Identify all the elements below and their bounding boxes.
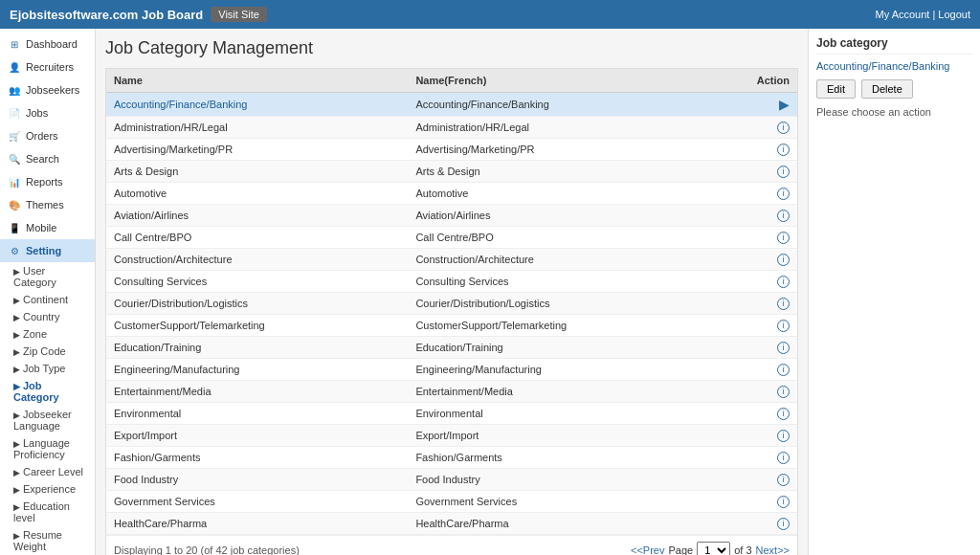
info-icon[interactable]: i bbox=[777, 254, 790, 266]
cell-name-fr: Education/Training bbox=[408, 337, 709, 359]
sidebar-item-orders[interactable]: 🛒 Orders bbox=[0, 124, 95, 147]
cell-action: i bbox=[710, 337, 797, 359]
sidebar-item-country[interactable]: ▶Country bbox=[0, 308, 95, 325]
info-icon[interactable]: i bbox=[777, 430, 790, 442]
account-links[interactable]: My Account | Logout bbox=[876, 9, 970, 20]
reports-icon: 📊 bbox=[8, 175, 21, 189]
sidebar-item-dashboard[interactable]: ⊞ Dashboard bbox=[0, 33, 95, 56]
table-row[interactable]: Advertising/Marketing/PRAdvertising/Mark… bbox=[106, 139, 797, 161]
table-row[interactable]: HealthCare/PharmaHealthCare/Pharmai bbox=[106, 513, 797, 535]
sidebar-item-job-type[interactable]: ▶Job Type bbox=[0, 360, 95, 377]
sidebar-item-experience[interactable]: ▶Experience bbox=[0, 480, 95, 498]
info-icon[interactable]: i bbox=[777, 364, 790, 376]
info-icon[interactable]: i bbox=[777, 210, 790, 222]
edit-button[interactable]: Edit bbox=[816, 79, 856, 99]
sidebar-item-reports[interactable]: 📊 Reports bbox=[0, 170, 95, 193]
sidebar-item-search[interactable]: 🔍 Search bbox=[0, 147, 95, 170]
info-icon[interactable]: i bbox=[777, 320, 790, 332]
table-row[interactable]: EnvironmentalEnvironmentali bbox=[106, 403, 797, 425]
info-icon[interactable]: i bbox=[777, 408, 790, 420]
sidebar-item-setting[interactable]: ⚙ Setting bbox=[0, 239, 95, 262]
topbar: Ejobsitesoftware.com Job Board Visit Sit… bbox=[0, 0, 980, 29]
table-row[interactable]: Construction/ArchitectureConstruction/Ar… bbox=[106, 249, 797, 271]
cell-name-fr: Courier/Distribution/Logistics bbox=[408, 293, 709, 315]
cell-name-fr: Consulting Services bbox=[408, 271, 709, 293]
cell-action: i bbox=[710, 117, 797, 139]
cell-action: i bbox=[710, 227, 797, 249]
sidebar-item-resume-weight[interactable]: ▶Resume Weight bbox=[0, 526, 95, 555]
orders-icon: 🛒 bbox=[8, 129, 21, 143]
info-icon[interactable]: i bbox=[777, 496, 790, 508]
sidebar-item-language-proficiency[interactable]: ▶Language Proficiency bbox=[0, 434, 95, 463]
right-panel-title: Job category bbox=[816, 36, 972, 55]
sidebar-item-zone[interactable]: ▶Zone bbox=[0, 325, 95, 343]
table-row[interactable]: Entertainment/MediaEntertainment/Mediai bbox=[106, 381, 797, 403]
table-row[interactable]: Administration/HR/LegalAdministration/HR… bbox=[106, 117, 797, 139]
main-content: Job Category Management Name Name(French… bbox=[96, 29, 808, 555]
col-header-name: Name bbox=[106, 69, 408, 93]
cell-action: i bbox=[710, 403, 797, 425]
sidebar-item-mobile[interactable]: 📱 Mobile bbox=[0, 216, 95, 239]
next-page-link[interactable]: Next>> bbox=[756, 544, 790, 555]
table-row[interactable]: Arts & DesignArts & Designi bbox=[106, 161, 797, 183]
table-row[interactable]: Export/ImportExport/Importi bbox=[106, 425, 797, 447]
pagination-display: Displaying 1 to 20 (of 42 job categories… bbox=[114, 544, 627, 555]
table-row[interactable]: Fashion/GarmentsFashion/Garmentsi bbox=[106, 447, 797, 469]
cell-name-fr: Aviation/Airlines bbox=[408, 205, 709, 227]
info-icon[interactable]: i bbox=[777, 276, 790, 288]
table-row[interactable]: Food IndustryFood Industryi bbox=[106, 469, 797, 491]
pagination-row: Displaying 1 to 20 (of 42 job categories… bbox=[106, 535, 797, 555]
sidebar-item-career-level[interactable]: ▶Career Level bbox=[0, 463, 95, 480]
sidebar-item-continent[interactable]: ▶Continent bbox=[0, 291, 95, 308]
info-icon[interactable]: i bbox=[777, 386, 790, 398]
sidebar-item-user-category[interactable]: ▶User Category bbox=[0, 262, 95, 291]
visit-site-button[interactable]: Visit Site bbox=[211, 7, 267, 22]
themes-icon: 🎨 bbox=[8, 198, 21, 211]
info-icon[interactable]: i bbox=[777, 188, 790, 200]
info-icon[interactable]: i bbox=[777, 122, 790, 134]
page-of: of 3 bbox=[734, 544, 751, 555]
prev-page-link[interactable]: <<Prev bbox=[631, 544, 664, 555]
table-row[interactable]: CustomerSupport/TelemarketingCustomerSup… bbox=[106, 315, 797, 337]
sidebar-item-education-level[interactable]: ▶Education level bbox=[0, 498, 95, 526]
sidebar-item-jobseeker-language[interactable]: ▶Jobseeker Language bbox=[0, 406, 95, 434]
cell-name-fr: Environmental bbox=[408, 403, 709, 425]
cell-action: i bbox=[710, 381, 797, 403]
table-row[interactable]: Call Centre/BPOCall Centre/BPOi bbox=[106, 227, 797, 249]
info-icon[interactable]: i bbox=[777, 232, 790, 244]
info-icon[interactable]: i bbox=[777, 144, 790, 156]
sidebar-item-job-category[interactable]: ▶Job Category bbox=[0, 377, 95, 406]
delete-button[interactable]: Delete bbox=[861, 79, 913, 99]
cell-action: i bbox=[710, 139, 797, 161]
info-icon[interactable]: i bbox=[777, 342, 790, 354]
info-icon[interactable]: i bbox=[777, 518, 790, 530]
info-icon[interactable]: i bbox=[777, 166, 790, 178]
cell-name: Education/Training bbox=[106, 337, 408, 359]
table-row[interactable]: Accounting/Finance/BankingAccounting/Fin… bbox=[106, 93, 797, 117]
sidebar-item-themes[interactable]: 🎨 Themes bbox=[0, 193, 95, 216]
col-header-name-fr: Name(French) bbox=[408, 69, 709, 93]
table-row[interactable]: Aviation/AirlinesAviation/Airlinesi bbox=[106, 205, 797, 227]
sidebar-item-zip-code[interactable]: ▶Zip Code bbox=[0, 343, 95, 360]
cell-action: i bbox=[710, 161, 797, 183]
sidebar-item-jobs[interactable]: 📄 Jobs bbox=[0, 101, 95, 124]
action-arrow-icon[interactable]: ▶ bbox=[779, 97, 790, 112]
cell-name: CustomerSupport/Telemarketing bbox=[106, 315, 408, 337]
setting-icon: ⚙ bbox=[8, 244, 21, 257]
table-row[interactable]: Education/TrainingEducation/Trainingi bbox=[106, 337, 797, 359]
cell-name: Arts & Design bbox=[106, 161, 408, 183]
table-row[interactable]: Engineering/ManufacturingEngineering/Man… bbox=[106, 359, 797, 381]
job-category-table: Name Name(French) Action Accounting/Fina… bbox=[105, 68, 798, 555]
page-select[interactable]: 1 2 3 bbox=[697, 542, 730, 555]
table-row[interactable]: Government ServicesGovernment Servicesi bbox=[106, 491, 797, 513]
table-row[interactable]: Courier/Distribution/LogisticsCourier/Di… bbox=[106, 293, 797, 315]
sidebar-item-jobseekers[interactable]: 👥 Jobseekers bbox=[0, 78, 95, 101]
info-icon[interactable]: i bbox=[777, 298, 790, 310]
cell-name: Export/Import bbox=[106, 425, 408, 447]
table-row[interactable]: AutomotiveAutomotivei bbox=[106, 183, 797, 205]
cell-action: i bbox=[710, 425, 797, 447]
info-icon[interactable]: i bbox=[777, 474, 790, 486]
info-icon[interactable]: i bbox=[777, 452, 790, 464]
sidebar-item-recruiters[interactable]: 👤 Recruiters bbox=[0, 56, 95, 78]
table-row[interactable]: Consulting ServicesConsulting Servicesi bbox=[106, 271, 797, 293]
